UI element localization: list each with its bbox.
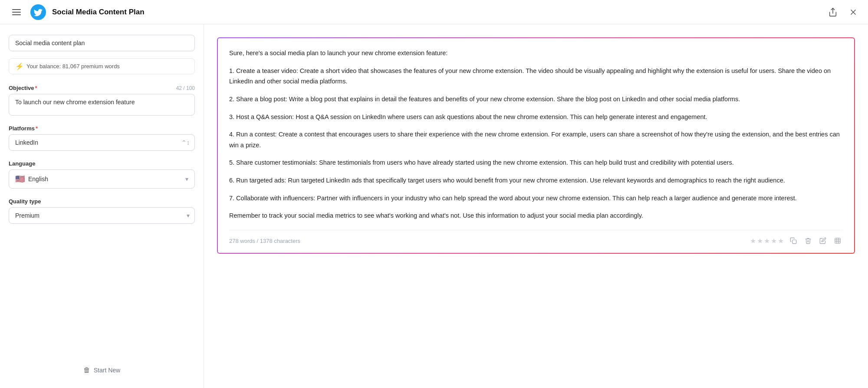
delete-icon [805, 237, 812, 244]
word-count: 278 words / 1378 characters [229, 238, 300, 244]
copy-button[interactable] [788, 236, 799, 245]
header-left: Social Media Content Plan [9, 4, 145, 20]
quality-label-row: Quality type [9, 198, 195, 205]
expand-icon [834, 237, 841, 244]
hamburger-icon [10, 7, 23, 17]
share-icon [828, 7, 838, 17]
star-4[interactable]: ★ [771, 237, 777, 245]
start-new-label: Start New [94, 367, 120, 374]
response-closing: Remember to track your social media metr… [229, 210, 843, 221]
close-button[interactable] [847, 6, 859, 18]
title-input[interactable] [9, 35, 195, 51]
platforms-select[interactable]: LinkedIn Twitter Facebook Instagram [9, 134, 195, 151]
edit-button[interactable] [818, 236, 828, 245]
language-text: English [28, 176, 185, 182]
expand-button[interactable] [832, 236, 843, 245]
trash-icon: 🗑 [83, 366, 90, 374]
app-title: Social Media Content Plan [52, 8, 145, 17]
copy-icon [790, 237, 797, 244]
response-item-6: 6. Run targeted ads: Run targeted Linked… [229, 175, 843, 186]
balance-box: ⚡ Your balance: 81,067 premium words [9, 58, 195, 74]
response-card: Sure, here's a social media plan to laun… [218, 38, 854, 253]
svg-rect-4 [792, 240, 796, 244]
platforms-label: Platforms* [9, 125, 38, 132]
balance-text: Your balance: 81,067 premium words [26, 63, 120, 70]
response-item-1: 1. Create a teaser video: Create a short… [229, 66, 843, 87]
platforms-select-wrapper: LinkedIn Twitter Facebook Instagram ⌃↕ [9, 134, 195, 151]
flag-icon: 🇺🇸 [15, 174, 25, 184]
menu-button[interactable] [9, 6, 24, 19]
objective-char-count: 42 / 100 [176, 85, 195, 91]
response-footer: 278 words / 1378 characters ★ ★ ★ ★ ★ [229, 230, 843, 245]
response-item-2: 2. Share a blog post: Write a blog post … [229, 94, 843, 105]
svg-rect-5 [835, 238, 840, 243]
response-border-wrapper: Sure, here's a social media plan to laun… [217, 37, 855, 254]
delete-button[interactable] [803, 236, 813, 245]
objective-input[interactable]: To launch our new chrome extension featu… [9, 94, 195, 116]
lightning-icon: ⚡ [15, 62, 24, 70]
response-intro: Sure, here's a social media plan to laun… [229, 48, 843, 59]
header-right [826, 6, 859, 19]
objective-label: Objective* [9, 85, 37, 91]
main-layout: ⚡ Your balance: 81,067 premium words Obj… [0, 24, 868, 388]
star-3[interactable]: ★ [764, 237, 770, 245]
language-label-row: Language [9, 160, 195, 167]
response-item-3: 3. Host a Q&A session: Host a Q&A sessio… [229, 112, 843, 123]
left-panel: ⚡ Your balance: 81,067 premium words Obj… [0, 24, 204, 388]
language-label: Language [9, 160, 35, 167]
quality-select-wrapper: Premium Standard ▾ [9, 207, 195, 224]
share-button[interactable] [826, 6, 839, 19]
star-5[interactable]: ★ [778, 237, 784, 245]
star-2[interactable]: ★ [757, 237, 763, 245]
response-item-5: 5. Share customer testimonials: Share te… [229, 157, 843, 168]
edit-icon [819, 237, 826, 244]
platforms-label-row: Platforms* [9, 125, 195, 132]
start-new-button[interactable]: 🗑 Start New [76, 363, 127, 378]
quality-select[interactable]: Premium Standard [9, 207, 195, 224]
objective-label-row: Objective* 42 / 100 [9, 85, 195, 91]
response-item-4: 4. Run a contest: Create a contest that … [229, 129, 843, 150]
language-select-wrapper[interactable]: 🇺🇸 English ▾ [9, 169, 195, 189]
response-item-7: 7. Collaborate with influencers: Partner… [229, 193, 843, 204]
header: Social Media Content Plan [0, 0, 868, 24]
response-text: Sure, here's a social media plan to laun… [229, 48, 843, 221]
right-panel: Sure, here's a social media plan to laun… [204, 24, 868, 388]
language-dropdown-arrow: ▾ [185, 176, 188, 182]
close-icon [849, 8, 858, 17]
star-rating: ★ ★ ★ ★ ★ [750, 237, 784, 245]
star-1[interactable]: ★ [750, 237, 756, 245]
footer-actions: ★ ★ ★ ★ ★ [750, 236, 843, 245]
quality-label: Quality type [9, 198, 41, 205]
twitter-logo [30, 4, 46, 20]
